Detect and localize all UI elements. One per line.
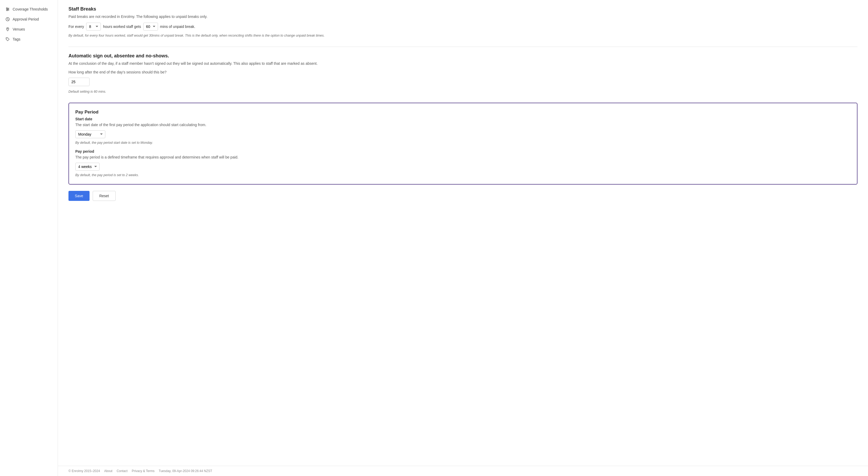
footer-copyright: © Enrolmy 2015–2024 [68, 469, 100, 473]
footer-contact[interactable]: Contact [117, 469, 127, 473]
svg-point-3 [6, 8, 7, 9]
staff-breaks-section: Staff Breaks Paid breaks are not recorde… [68, 6, 858, 38]
location-icon [5, 27, 10, 32]
hours-worked-label: hours worked staff gets [103, 25, 141, 29]
start-date-hint: By default, the pay period start date is… [75, 140, 850, 145]
pay-period-box: Pay Period Start date The start date of … [68, 103, 858, 185]
sidebar-item-approval-period[interactable]: Approval Period [0, 14, 58, 24]
sidebar-item-label: Approval Period [13, 17, 39, 21]
staff-breaks-description: Paid breaks are not recorded in Enrolmy.… [68, 14, 858, 20]
footer-about[interactable]: About [104, 469, 113, 473]
auto-signout-question: How long after the end of the day's sess… [68, 69, 858, 75]
sidebar-item-label: Venues [13, 27, 25, 31]
for-every-label: For every [68, 25, 84, 29]
clock-icon [5, 17, 10, 22]
start-date-select[interactable]: Monday Tuesday Wednesday Thursday Friday… [75, 130, 105, 138]
pay-period-start-date: Start date The start date of the first p… [75, 117, 850, 145]
start-date-description: The start date of the first pay period t… [75, 122, 850, 128]
sliders-icon [5, 7, 10, 11]
reset-button[interactable]: Reset [93, 191, 116, 201]
sidebar-item-label: Tags [13, 37, 21, 41]
sidebar: Coverage Thresholds Approval Period Venu… [0, 0, 58, 476]
mins-select[interactable]: 60 15 30 45 [143, 23, 158, 31]
sidebar-item-venues[interactable]: Venues [0, 24, 58, 34]
footer-privacy[interactable]: Privacy & Terms [132, 469, 154, 473]
main-content: Staff Breaks Paid breaks are not recorde… [58, 0, 868, 466]
pay-period-duration: Pay period The pay period is a defined t… [75, 149, 850, 178]
svg-point-9 [7, 28, 8, 29]
pay-period-title: Pay Period [75, 109, 850, 115]
divider-1 [68, 46, 858, 47]
auto-signout-title: Automatic sign out, absentee and no-show… [68, 53, 858, 59]
start-date-label: Start date [75, 117, 850, 121]
pay-period-label: Pay period [75, 149, 850, 154]
action-buttons: Save Reset [68, 191, 858, 201]
pay-period-description: The pay period is a defined timeframe th… [75, 155, 850, 160]
svg-line-8 [8, 20, 8, 20]
footer-datetime: Tuesday, 09-Apr-2024 09:26:44 NZST [159, 469, 212, 473]
hours-select[interactable]: 8 4 6 10 12 [86, 23, 101, 31]
tag-icon [5, 37, 10, 41]
staff-breaks-inputs: For every 8 4 6 10 12 hours worked staff… [68, 23, 858, 31]
pay-period-select[interactable]: 1 week 2 weeks 3 weeks 4 weeks [75, 163, 99, 170]
pay-period-hint: By default, the pay period is set to 2 w… [75, 173, 850, 178]
save-button[interactable]: Save [68, 191, 90, 201]
footer: © Enrolmy 2015–2024 About Contact Privac… [58, 466, 868, 476]
staff-breaks-hint: By default, for every four hours worked,… [68, 33, 858, 38]
sidebar-item-tags[interactable]: Tags [0, 34, 58, 44]
svg-point-5 [7, 10, 8, 11]
sidebar-item-coverage-thresholds[interactable]: Coverage Thresholds [0, 4, 58, 14]
auto-signout-hint: Default setting is 60 mins. [68, 89, 858, 94]
auto-signout-input[interactable] [68, 78, 90, 86]
sidebar-item-label: Coverage Thresholds [13, 7, 48, 11]
svg-point-10 [7, 38, 7, 39]
mins-unpaid-label: mins of unpaid break. [160, 25, 195, 29]
staff-breaks-title: Staff Breaks [68, 6, 858, 12]
svg-point-4 [8, 9, 9, 10]
auto-signout-description: At the conclusion of the day, if a staff… [68, 61, 858, 66]
auto-signout-section: Automatic sign out, absentee and no-show… [68, 53, 858, 94]
